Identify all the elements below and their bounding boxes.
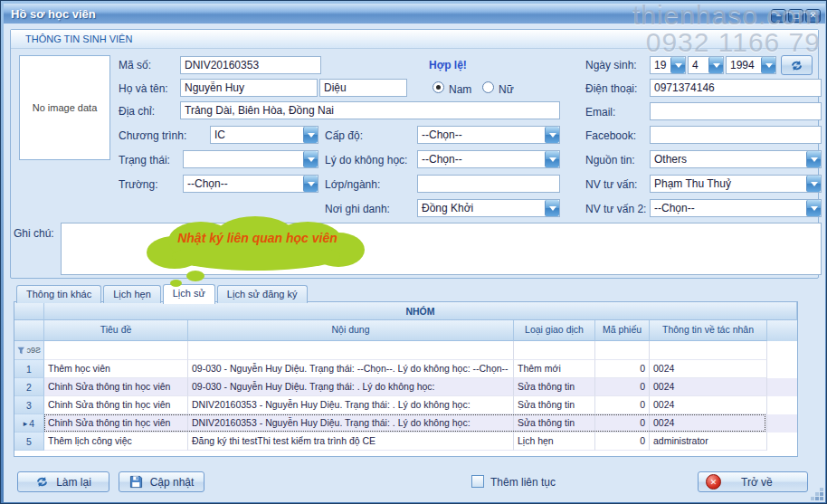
chevron-down-icon[interactable] bbox=[545, 200, 559, 216]
birth-day-select[interactable]: 19 bbox=[650, 56, 686, 74]
cap-nhat-button[interactable]: Cập nhật bbox=[119, 471, 204, 492]
refresh-icon bbox=[790, 60, 803, 71]
facebook-input[interactable] bbox=[650, 126, 822, 144]
ghi-chu-textarea[interactable] bbox=[61, 223, 822, 275]
chevron-down-icon[interactable] bbox=[545, 151, 559, 167]
tab-thong-tin-khac[interactable]: Thông tin khác bbox=[16, 285, 101, 303]
nv-tu-van-2-label: NV tư vấn 2: bbox=[585, 203, 646, 215]
save-floppy-icon bbox=[129, 475, 143, 489]
email-label: Email: bbox=[585, 106, 615, 119]
row-index: ▸ 4 bbox=[14, 414, 44, 433]
cap-do-value: --Chọn-- bbox=[418, 127, 545, 143]
close-red-icon: ✕ bbox=[706, 474, 721, 490]
chevron-down-icon[interactable] bbox=[303, 127, 318, 143]
nv-tu-van-2-value: --Chọn-- bbox=[651, 200, 806, 216]
nguon-tin-select[interactable]: Others bbox=[650, 150, 822, 168]
phone-input[interactable] bbox=[650, 79, 822, 97]
chevron-down-icon[interactable] bbox=[761, 57, 775, 73]
minimize-button[interactable]: – bbox=[771, 9, 786, 23]
cap-do-label: Cấp độ: bbox=[325, 129, 363, 142]
band-title[interactable]: NHÓM bbox=[44, 302, 797, 320]
filter-cell-loai-giao-dich[interactable] bbox=[514, 341, 595, 360]
close-button[interactable]: ✕ bbox=[805, 9, 821, 23]
ghi-chu-label: Ghi chú: bbox=[14, 227, 54, 240]
nguon-tin-value: Others bbox=[651, 151, 806, 167]
tab-lich-su[interactable]: Lịch sử bbox=[163, 284, 215, 304]
chuong-trinh-value: IC bbox=[211, 127, 303, 143]
col-header-tieu-de[interactable]: Tiêu đề bbox=[44, 320, 188, 341]
noi-ghi-danh-value: Đồng Khởi bbox=[418, 200, 545, 216]
row-index: 2 bbox=[14, 378, 44, 396]
them-lien-tuc-label: Thêm liên tục bbox=[490, 476, 556, 489]
table-row[interactable]: 5 Thêm lịch công việc Đăng ký thi testTh… bbox=[14, 433, 797, 451]
gender-male-radio[interactable] bbox=[433, 81, 444, 93]
lam-lai-button[interactable]: Làm lại bbox=[17, 471, 109, 492]
column-header-row: Tiêu đề Nội dung Loại giao dịch Mã phiếu… bbox=[14, 320, 797, 341]
truong-label: Trường: bbox=[119, 178, 157, 191]
photo-placeholder: No image data bbox=[19, 55, 110, 160]
noi-ghi-danh-select[interactable]: Đồng Khởi bbox=[417, 199, 560, 217]
filter-cell-tieu-de[interactable] bbox=[44, 341, 188, 360]
title-bar[interactable]: Hồ sơ học viên bbox=[4, 4, 825, 24]
address-input[interactable] bbox=[180, 101, 560, 119]
validation-status: Hợp lệ! bbox=[429, 59, 467, 71]
trang-thai-label: Trạng thái: bbox=[119, 154, 170, 166]
table-row[interactable]: 3 Chinh Sửa thông tin học viên DNIV20160… bbox=[14, 396, 797, 414]
nv-tu-van-2-select[interactable]: --Chọn-- bbox=[650, 199, 822, 217]
trang-thai-select[interactable] bbox=[183, 150, 318, 168]
dia-chi-label: Địa chỉ: bbox=[119, 105, 155, 118]
chevron-down-icon[interactable] bbox=[806, 151, 821, 167]
cap-do-select[interactable]: --Chọn-- bbox=[417, 126, 560, 144]
chevron-down-icon[interactable] bbox=[806, 200, 821, 216]
maximize-button[interactable]: ▢ bbox=[788, 9, 803, 23]
filter-cell-tac-nhan[interactable] bbox=[650, 341, 767, 360]
tab-lich-su-dang-ky[interactable]: Lịch sử đăng ký bbox=[217, 285, 308, 303]
filter-cell-noi-dung[interactable] bbox=[188, 341, 514, 360]
nv-tu-van-select[interactable]: Phạm Thu Thuỷ bbox=[650, 175, 822, 193]
col-header-tac-nhan[interactable]: Thông tin về tác nhân bbox=[650, 320, 767, 341]
ly-do-khong-hoc-label: Lý do không học: bbox=[325, 154, 407, 166]
tab-lich-hen[interactable]: Lịch hẹn bbox=[103, 285, 161, 303]
them-lien-tuc-checkbox[interactable] bbox=[471, 475, 484, 488]
lop-nganh-input[interactable] bbox=[417, 175, 560, 193]
table-row-selected[interactable]: ▸ 4 Chinh Sửa thông tin học viên DNIV201… bbox=[14, 414, 797, 433]
filter-cell-ma-phieu[interactable] bbox=[595, 341, 650, 360]
col-header-ma-phieu[interactable]: Mã phiếu bbox=[595, 320, 650, 341]
table-row[interactable]: 1 Thêm học viên 09-030 - Nguyễn Huy Diệu… bbox=[14, 360, 797, 378]
resize-grip[interactable] bbox=[820, 497, 823, 500]
ma-so-input[interactable] bbox=[180, 56, 321, 74]
chevron-down-icon[interactable] bbox=[670, 57, 685, 73]
first-name-input[interactable] bbox=[180, 79, 318, 97]
gender-male-label: Nam bbox=[449, 83, 471, 96]
birth-year-select[interactable]: 1994 bbox=[726, 56, 776, 74]
last-name-input[interactable] bbox=[319, 79, 407, 97]
chevron-down-icon[interactable] bbox=[806, 176, 821, 192]
row-index: 3 bbox=[14, 396, 44, 414]
email-input[interactable] bbox=[650, 102, 822, 120]
chevron-down-icon[interactable] bbox=[708, 57, 723, 73]
current-row-arrow-icon: ▸ bbox=[24, 419, 28, 428]
truong-select[interactable]: --Chọn-- bbox=[183, 175, 318, 193]
birth-month-select[interactable]: 4 bbox=[688, 56, 724, 74]
history-grid: NHÓM Tiêu đề Nội dung Loại giao dịch Mã … bbox=[14, 301, 798, 457]
chevron-down-icon[interactable] bbox=[545, 127, 559, 143]
ly-do-khong-hoc-select[interactable]: --Chọn-- bbox=[417, 150, 560, 168]
nv-tu-van-label: NV tư vấn: bbox=[585, 178, 637, 191]
ho-va-ten-label: Họ và tên: bbox=[119, 82, 168, 95]
table-row[interactable]: 2 Chinh Sửa thông tin học viên 09-030 - … bbox=[14, 378, 797, 396]
chevron-down-icon[interactable] bbox=[303, 151, 318, 167]
refresh-date-button[interactable] bbox=[781, 55, 813, 75]
row-index: 1 bbox=[14, 360, 44, 378]
ly-do-khong-hoc-value: --Chọn-- bbox=[418, 151, 545, 167]
col-header-loai-giao-dich[interactable]: Loại giao dịch bbox=[514, 320, 595, 341]
gender-female-radio[interactable] bbox=[482, 81, 494, 93]
noi-ghi-danh-label: Nơi ghi danh: bbox=[325, 203, 390, 215]
chevron-down-icon[interactable] bbox=[303, 176, 318, 192]
chuong-trinh-select[interactable]: IC bbox=[210, 126, 318, 144]
tro-ve-button[interactable]: ✕ Trở về bbox=[698, 471, 808, 492]
col-header-noi-dung[interactable]: Nội dung bbox=[188, 320, 514, 341]
ngay-sinh-label: Ngày sinh: bbox=[585, 59, 637, 71]
nv-tu-van-value: Phạm Thu Thuỷ bbox=[651, 176, 806, 192]
filter-row-indicator: ɔ9Ƨ bbox=[14, 341, 44, 360]
gender-female-label: Nữ bbox=[499, 83, 514, 96]
